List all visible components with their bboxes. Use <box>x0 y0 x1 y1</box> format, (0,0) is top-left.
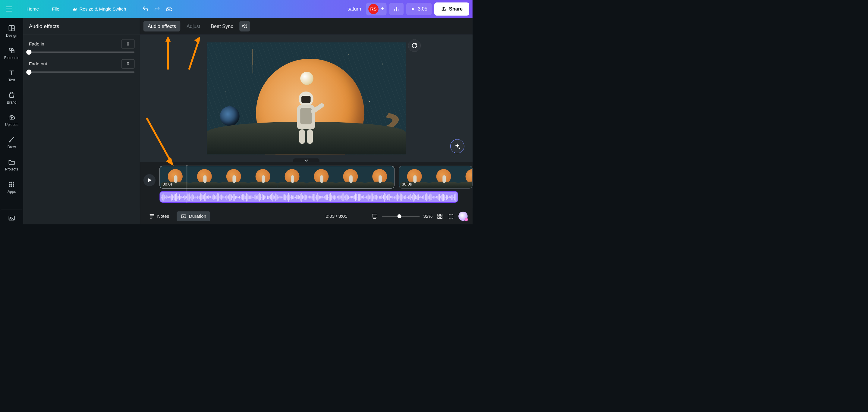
grid-view-button[interactable] <box>436 213 444 220</box>
analytics-button[interactable] <box>389 3 404 15</box>
rail-brand[interactable]: Brand <box>2 89 22 107</box>
cloud-check-icon <box>165 5 173 13</box>
svg-point-12 <box>11 185 12 187</box>
main-layout: Design Elements Text Brand Uploads Draw … <box>0 18 472 225</box>
cycle-icon <box>411 42 418 49</box>
slider-thumb[interactable] <box>26 70 31 75</box>
resize-label: Resize & Magic Switch <box>79 6 126 11</box>
duration-button[interactable]: Duration <box>177 211 210 221</box>
slider-thumb[interactable] <box>397 214 401 218</box>
svg-point-7 <box>13 182 14 183</box>
ctx-volume[interactable] <box>239 21 250 31</box>
user-avatar[interactable]: RS <box>368 4 378 14</box>
svg-point-9 <box>11 184 12 185</box>
uploads-icon <box>8 114 16 121</box>
canvas[interactable] <box>207 42 406 154</box>
ai-assistant-button[interactable] <box>458 212 467 221</box>
undo-button[interactable] <box>140 3 151 15</box>
grid-icon <box>437 213 443 219</box>
pages-view-button[interactable] <box>371 213 378 220</box>
add-user-icon[interactable]: + <box>381 6 384 13</box>
slider-thumb[interactable] <box>26 49 31 55</box>
rail-photos[interactable] <box>0 209 23 225</box>
regenerate-button[interactable] <box>408 39 421 52</box>
annotation-arrow <box>184 35 207 72</box>
svg-point-11 <box>9 185 10 187</box>
audio-clip[interactable] <box>159 191 458 203</box>
ctx-adjust[interactable]: Adjust <box>182 21 205 31</box>
rail-projects[interactable]: Projects <box>2 156 22 174</box>
fade-out-label: Fade out <box>29 62 47 67</box>
timeline-play-button[interactable] <box>144 174 156 186</box>
redo-button[interactable] <box>151 3 163 15</box>
clip-duration-label: 30.0s <box>402 182 412 186</box>
duration-icon <box>181 213 187 219</box>
play-icon <box>410 7 415 11</box>
cloud-sync-button[interactable] <box>163 3 175 15</box>
rail-uploads[interactable]: Uploads <box>2 111 22 130</box>
share-button[interactable]: Share <box>434 2 469 16</box>
rail-label: Design <box>6 33 17 38</box>
annotation-arrow <box>161 35 175 72</box>
collaborators[interactable]: RS + <box>366 3 387 15</box>
rail-label: Uploads <box>5 123 19 127</box>
draw-icon <box>8 136 16 143</box>
panel-title: Audio effects <box>23 18 140 34</box>
collapse-timeline-handle[interactable] <box>293 159 319 163</box>
rail-label: Draw <box>7 145 16 149</box>
fade-out-slider[interactable] <box>29 71 134 73</box>
image-icon <box>8 214 16 222</box>
resize-magic-switch[interactable]: Resize & Magic Switch <box>66 3 133 15</box>
playhead[interactable] <box>187 166 187 203</box>
rail-draw[interactable]: Draw <box>2 133 22 152</box>
rail-elements[interactable]: Elements <box>2 44 22 63</box>
rail-label: Text <box>8 78 15 82</box>
svg-rect-625 <box>440 217 442 219</box>
home-link[interactable]: Home <box>20 3 45 15</box>
play-icon <box>147 177 153 183</box>
rail-apps[interactable]: Apps <box>2 178 22 196</box>
video-clip-1[interactable]: 30.0s <box>159 166 395 188</box>
video-clip-2[interactable]: 30.0s <box>399 166 472 188</box>
ctx-audio-effects[interactable]: Audio effects <box>144 21 180 31</box>
menu-button[interactable] <box>3 3 15 15</box>
svg-point-10 <box>13 184 14 185</box>
playback-time: 0:03 / 3:05 <box>326 213 347 219</box>
fullscreen-button[interactable] <box>447 213 455 220</box>
rail-label: Apps <box>7 190 16 194</box>
ai-tools-button[interactable] <box>450 139 464 153</box>
fade-out-value[interactable]: 0 <box>121 59 135 68</box>
top-bar: Home File Resize & Magic Switch saturn R… <box>0 0 472 18</box>
chevron-down-icon <box>304 159 309 162</box>
svg-rect-621 <box>373 218 376 219</box>
sparkle-icon <box>454 143 461 150</box>
svg-point-5 <box>9 182 10 183</box>
svg-rect-624 <box>438 217 439 219</box>
svg-marker-16 <box>165 36 170 42</box>
undo-icon <box>142 6 149 12</box>
fade-in-label: Fade in <box>29 41 44 46</box>
svg-rect-4 <box>12 50 14 53</box>
file-link[interactable]: File <box>45 3 66 15</box>
svg-rect-623 <box>440 214 442 216</box>
side-panel: Audio effects Fade in 0 Fade out 0 <box>23 18 140 225</box>
tracks[interactable]: 30.0s 30.0s <box>159 166 472 203</box>
share-icon <box>441 6 447 12</box>
divider <box>136 4 136 13</box>
notes-label: Notes <box>157 213 169 219</box>
play-time-label: 3:05 <box>418 6 427 12</box>
share-label: Share <box>449 6 463 12</box>
rail-design[interactable]: Design <box>2 22 22 40</box>
design-icon <box>8 25 16 32</box>
ctx-beat-sync[interactable]: Beat Sync <box>207 21 238 31</box>
fade-in-slider[interactable] <box>29 52 134 53</box>
project-name[interactable]: saturn <box>347 6 361 12</box>
fullscreen-icon <box>448 213 454 219</box>
stage: Audio effects Adjust Beat Sync <box>140 18 472 225</box>
svg-point-8 <box>9 184 10 185</box>
fade-in-value[interactable]: 0 <box>121 39 135 48</box>
rail-text[interactable]: Text <box>2 67 22 85</box>
notes-button[interactable]: Notes <box>145 211 173 221</box>
zoom-slider[interactable] <box>382 216 420 216</box>
present-button[interactable]: 3:05 <box>406 3 432 15</box>
